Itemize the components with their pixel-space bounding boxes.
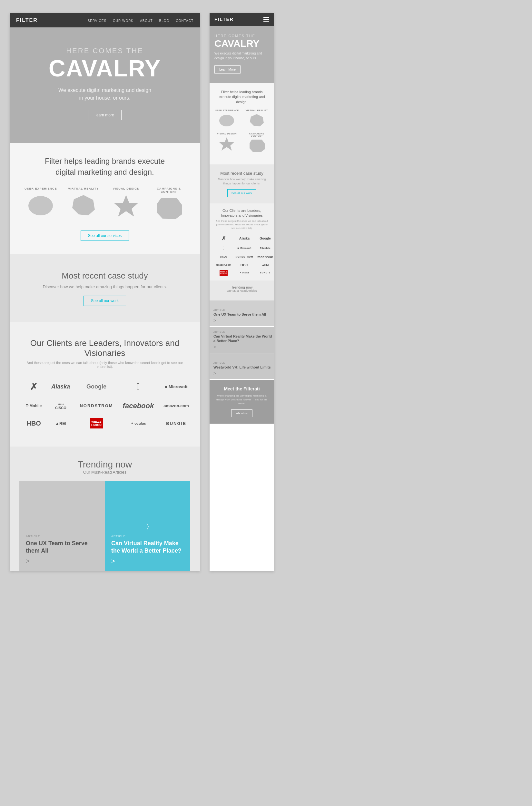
mobile-about-cta[interactable]: About us <box>231 409 252 417</box>
trending-header: Trending now Our Must-Read Articles <box>19 459 190 475</box>
mobile-article-3: ARTICLE Westworld VR: Life without Limit… <box>210 353 274 379</box>
mobile-article-2: ARTICLE Can Virtual Reality Make the Wor… <box>210 327 274 353</box>
mobile-case-study-section: Most recent case study Discover how we h… <box>210 165 274 204</box>
m-client-nike: ✗ <box>220 234 227 243</box>
mobile-hero-desc: We execute digital marketing and design … <box>214 51 269 61</box>
m-client-bungie: BUNGIE <box>259 270 272 275</box>
article-1-label: ARTICLE <box>26 535 98 538</box>
mobile-nav: FILTER <box>210 13 274 26</box>
mobile-article-1: ARTICLE One UX Team to Serve them All > <box>210 301 274 326</box>
mobile-logo: FILTER <box>214 17 234 22</box>
client-google: Google <box>83 380 110 393</box>
m-client-apple:  <box>222 244 226 252</box>
desktop-panel: FILTER SERVICES OUR WORK ABOUT BLOG CONT… <box>10 13 200 571</box>
trending-title: Trending now <box>19 459 190 470</box>
article-1-arrow[interactable]: > <box>26 557 98 565</box>
mobile-hero: HERE COMES THE CAVALRY We execute digita… <box>210 26 274 83</box>
desktop-hero: HERE COMES THE CAVALRY We execute digita… <box>10 27 200 143</box>
desktop-case-study-section: Most recent case study Discover how we h… <box>10 254 200 322</box>
nav-link-contact[interactable]: CONTACT <box>176 19 193 23</box>
mobile-case-study-desc: Discover how we help make amazing things… <box>214 177 269 185</box>
mobile-ux-icon <box>218 113 236 128</box>
mobile-services-section: Filter helps leading brands execute digi… <box>210 83 274 165</box>
hero-cta-button[interactable]: Learn more <box>88 110 121 120</box>
m-client-facebook: facebook <box>256 254 274 260</box>
hero-subtitle: HERE COMES THE <box>23 47 187 55</box>
visual-design-icon <box>112 193 140 218</box>
nav-link-our-work[interactable]: OUR WORK <box>113 19 133 23</box>
mobile-campaigns-icon <box>248 139 266 153</box>
mobile-hero-subtitle: HERE COMES THE <box>214 34 269 38</box>
client-facebook: facebook <box>120 399 157 413</box>
mobile-article-3-content: ARTICLE Westworld VR: Life without Limit… <box>213 362 271 376</box>
desktop-services-section: Filter helps leading brands executedigit… <box>10 143 200 254</box>
article-card-1-content: ARTICLE One UX Team to Serve them All > <box>19 528 105 571</box>
mobile-service-visual: VISUAL DESIGN <box>214 133 240 153</box>
mobile-service-campaigns: CAMPAIGNS CONTENT <box>244 133 269 153</box>
nav-link-about[interactable]: ABOUT <box>140 19 152 23</box>
m-client-rei: ▲REI <box>261 262 270 268</box>
mobile-trending-title: Trending now <box>214 285 269 289</box>
clients-title: Our Clients are Leaders, Innovators and … <box>23 338 187 358</box>
article-2-label: ARTICLE <box>111 535 184 538</box>
article-card-1: ARTICLE One UX Team to Serve them All > <box>19 481 105 571</box>
client-cisco: •••••CISCO <box>52 399 70 413</box>
mobile-case-study-cta[interactable]: See all our work <box>227 189 256 197</box>
svg-marker-2 <box>114 195 138 217</box>
mobile-visual-icon <box>218 136 236 151</box>
svg-marker-7 <box>250 140 265 152</box>
m-client-amazon: amazon.com <box>214 262 232 268</box>
svg-point-4 <box>219 115 234 127</box>
desktop-logo: FILTER <box>16 17 38 23</box>
mobile-case-study-title: Most recent case study <box>214 171 269 176</box>
mobile-clients-title: Our Clients are Leaders, Innovators and … <box>214 208 269 218</box>
m-client-microsoft: ■ Microsoft <box>236 245 252 251</box>
m-client-wells-fargo: WELLSFARGO <box>220 270 228 276</box>
services-grid: USER EXPERIENCE VIRTUAL REALITY <box>19 187 190 221</box>
hamburger-menu[interactable] <box>263 17 269 22</box>
services-cta-button[interactable]: See all our services <box>81 231 129 241</box>
mobile-article-2-content: ARTICLE Can Virtual Reality Make the Wor… <box>213 331 274 349</box>
svg-marker-5 <box>250 114 264 127</box>
client-rei: ▲REI <box>52 418 70 429</box>
client-nike: ✗ <box>27 378 41 395</box>
case-study-cta-button[interactable]: See all our work <box>83 296 126 306</box>
case-study-title: Most recent case study <box>19 270 190 282</box>
svg-marker-3 <box>157 198 182 219</box>
mobile-clients-section: Our Clients are Leaders, Innovators and … <box>210 204 274 280</box>
service-visual-design: VISUAL DESIGN <box>107 187 146 221</box>
mobile-panel: FILTER HERE COMES THE CAVALRY We execute… <box>210 13 274 571</box>
vr-icon <box>69 193 98 218</box>
m-client-nordstrom: NORDSTROM <box>234 254 254 259</box>
article-2-title: Can Virtual Reality Make the World a Bet… <box>111 540 184 555</box>
client-oculus: ⚬ oculus <box>127 418 149 429</box>
client-bungie: BUNGIE <box>163 418 190 429</box>
client-microsoft: ■ Microsoft <box>162 381 191 392</box>
mobile-about-section: Meet the Filterati We're changing the wa… <box>210 380 274 424</box>
mobile-about-title: Meet the Filterati <box>214 386 269 391</box>
desktop-nav: FILTER SERVICES OUR WORK ABOUT BLOG CONT… <box>10 13 200 27</box>
mobile-trending-sub: Our Must-Read Articles <box>214 289 269 292</box>
hero-title: CAVALRY <box>23 57 187 80</box>
clients-grid: ✗ Alaska Google  ■ Microsoft T‑Mobile •… <box>23 378 187 430</box>
mobile-vr-icon <box>248 113 266 128</box>
campaigns-icon <box>154 197 184 221</box>
ux-icon <box>26 193 55 218</box>
m-client-hbo: HBO <box>239 262 250 268</box>
desktop-clients-section: Our Clients are Leaders, Innovators and … <box>10 322 200 446</box>
client-tmobile: T‑Mobile <box>23 400 45 411</box>
mobile-hero-cta[interactable]: Learn More <box>214 65 241 74</box>
hamburger-line-2 <box>263 19 269 20</box>
nav-link-blog[interactable]: BLOG <box>159 19 170 23</box>
service-campaigns: CAMPAIGNS & CONTENT <box>150 187 188 221</box>
mobile-services-grid: USER EXPERIENCE VIRTUAL REALITY <box>214 109 269 153</box>
m-client-google: Google <box>258 235 272 242</box>
desktop-nav-links: SERVICES OUR WORK ABOUT BLOG CONTACT <box>88 17 193 23</box>
client-nordstrom: NORDSTROM <box>76 400 116 411</box>
article-card-2-content: ARTICLE Can Virtual Reality Make the Wor… <box>105 528 190 571</box>
case-study-desc: Discover how we help make amazing things… <box>19 284 190 289</box>
nav-link-services[interactable]: SERVICES <box>88 19 107 23</box>
mobile-clients-sub: And these are just the ones we can talk … <box>214 219 269 230</box>
article-2-arrow[interactable]: > <box>111 557 184 565</box>
mobile-article-1-content: ARTICLE One UX Team to Serve them All > <box>213 309 266 323</box>
